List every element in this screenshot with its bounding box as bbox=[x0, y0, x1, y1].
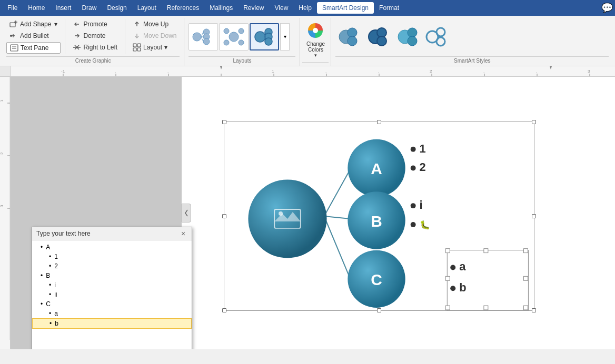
main-content: 1 2 3 bbox=[0, 77, 615, 349]
bullet-a: • bbox=[41, 244, 43, 251]
change-colors-group: ChangeColors ▾ bbox=[300, 18, 331, 66]
svg-rect-98 bbox=[445, 306, 450, 310]
change-colors-dropdown-icon[interactable]: ▾ bbox=[314, 53, 317, 58]
layout-more-button[interactable]: ▾ bbox=[280, 23, 290, 50]
svg-text:3: 3 bbox=[588, 69, 590, 74]
bullet-c: • bbox=[41, 300, 43, 308]
text-ii[interactable]: ii bbox=[54, 291, 57, 298]
svg-point-110 bbox=[450, 286, 455, 291]
move-down-button[interactable]: Move Down bbox=[130, 31, 180, 41]
menu-design[interactable]: Design bbox=[102, 2, 132, 14]
svg-rect-0 bbox=[10, 23, 15, 27]
change-colors-icon bbox=[306, 21, 325, 40]
svg-text:A: A bbox=[371, 160, 382, 177]
menu-draw[interactable]: Draw bbox=[76, 2, 102, 14]
menu-format[interactable]: Format bbox=[374, 2, 404, 14]
comments-icon[interactable]: 💬 bbox=[601, 2, 613, 14]
text-pane-panel: Type your text here × • A • 1 • 2 bbox=[32, 227, 192, 349]
add-shape-button[interactable]: Add Shape ▾ bbox=[6, 19, 61, 29]
menu-mailings[interactable]: Mailings bbox=[204, 2, 238, 14]
create-graphic-group: Add Shape ▾ Add Bullet bbox=[2, 18, 184, 66]
add-shape-icon bbox=[9, 20, 18, 28]
menu-insert[interactable]: Insert bbox=[50, 2, 76, 14]
svg-point-100 bbox=[411, 147, 416, 152]
svg-point-104 bbox=[411, 203, 416, 208]
change-colors-button[interactable]: ChangeColors ▾ bbox=[302, 19, 329, 60]
text-item-2[interactable]: • 2 bbox=[32, 261, 192, 271]
layout-thumb-1[interactable] bbox=[189, 23, 218, 50]
move-up-icon bbox=[133, 20, 141, 28]
text-c[interactable]: C bbox=[46, 300, 51, 308]
svg-point-34 bbox=[265, 38, 272, 45]
svg-text:.: . bbox=[483, 69, 484, 74]
svg-point-30 bbox=[239, 40, 244, 45]
move-up-button[interactable]: Move Up bbox=[130, 19, 180, 29]
add-shape-dropdown-icon[interactable]: ▾ bbox=[54, 21, 57, 28]
text-a[interactable]: A bbox=[46, 244, 50, 251]
svg-point-31 bbox=[255, 32, 265, 42]
text-item-c[interactable]: • C bbox=[32, 299, 192, 309]
layouts-group: ▾ Layouts bbox=[184, 18, 300, 66]
menu-layout[interactable]: Layout bbox=[132, 2, 162, 14]
text-pane-content[interactable]: • A • 1 • 2 • B • i bbox=[32, 240, 192, 349]
smartart-style-2[interactable] bbox=[365, 23, 392, 50]
svg-text:i: i bbox=[420, 198, 423, 211]
horizontal-ruler: -1 . . 1 . . 2 . . 3 bbox=[0, 66, 615, 77]
menu-file[interactable]: File bbox=[2, 2, 23, 14]
menu-review[interactable]: Review bbox=[238, 2, 269, 14]
layout-thumb-2[interactable] bbox=[219, 23, 249, 50]
svg-rect-17 bbox=[133, 48, 136, 51]
text-b[interactable]: B bbox=[46, 272, 50, 279]
svg-line-25 bbox=[201, 37, 203, 42]
menu-home[interactable]: Home bbox=[23, 2, 50, 14]
text-pane-icon bbox=[10, 44, 18, 52]
svg-text:.: . bbox=[325, 69, 326, 74]
text-1[interactable]: 1 bbox=[54, 253, 58, 260]
bullet-i: • bbox=[49, 281, 51, 289]
svg-line-83 bbox=[324, 169, 351, 217]
bullet-1: • bbox=[49, 253, 51, 260]
text-item-b[interactable]: • B bbox=[32, 271, 192, 280]
menu-help[interactable]: Help bbox=[293, 2, 317, 14]
text-a2[interactable]: a bbox=[54, 310, 58, 317]
svg-line-85 bbox=[324, 216, 351, 279]
svg-text:b: b bbox=[459, 281, 466, 294]
svg-text:.: . bbox=[167, 69, 168, 74]
add-bullet-button[interactable]: Add Bullet bbox=[6, 31, 61, 41]
smartart-style-1[interactable] bbox=[335, 23, 363, 50]
canvas-area: A B C bbox=[11, 77, 615, 349]
svg-rect-16 bbox=[137, 44, 141, 47]
layout-dropdown-icon[interactable]: ▾ bbox=[164, 44, 167, 51]
menu-smartart-design[interactable]: SmartArt Design bbox=[317, 2, 374, 14]
demote-button[interactable]: Demote bbox=[70, 31, 121, 41]
smartart-style-4[interactable] bbox=[424, 23, 451, 50]
svg-point-26 bbox=[229, 32, 239, 42]
text-2[interactable]: 2 bbox=[54, 262, 58, 270]
svg-point-87 bbox=[279, 211, 283, 216]
right-to-left-button[interactable]: Right to Left bbox=[70, 42, 121, 53]
text-item-i[interactable]: • i bbox=[32, 280, 192, 290]
svg-point-50 bbox=[437, 28, 445, 36]
svg-point-28 bbox=[239, 28, 244, 34]
text-pane-button[interactable]: Text Pane bbox=[6, 42, 61, 54]
smartart-style-3[interactable] bbox=[394, 23, 422, 50]
promote-button[interactable]: Promote bbox=[70, 19, 121, 29]
collapse-panel-button[interactable] bbox=[182, 204, 191, 223]
text-item-ii[interactable]: • ii bbox=[32, 290, 192, 299]
svg-rect-15 bbox=[133, 44, 136, 47]
layout-thumb-3[interactable] bbox=[250, 23, 279, 50]
text-item-a[interactable]: • A bbox=[32, 242, 192, 252]
text-pane-close-button[interactable]: × bbox=[179, 229, 187, 238]
svg-rect-93 bbox=[484, 249, 488, 253]
smartart-diagram[interactable]: A B C bbox=[224, 122, 534, 311]
svg-point-47 bbox=[408, 28, 417, 37]
menu-view[interactable]: View bbox=[270, 2, 294, 14]
text-i[interactable]: i bbox=[54, 281, 56, 289]
text-item-1[interactable]: • 1 bbox=[32, 252, 192, 261]
text-item-a2[interactable]: • a bbox=[32, 309, 192, 318]
layout-button[interactable]: Layout ▾ bbox=[130, 42, 180, 53]
text-b2[interactable]: b bbox=[55, 320, 58, 327]
text-item-b2[interactable]: • b bbox=[32, 318, 192, 329]
menu-references[interactable]: References bbox=[162, 2, 204, 14]
smartart-styles-label: SmartArt Styles bbox=[335, 56, 609, 64]
